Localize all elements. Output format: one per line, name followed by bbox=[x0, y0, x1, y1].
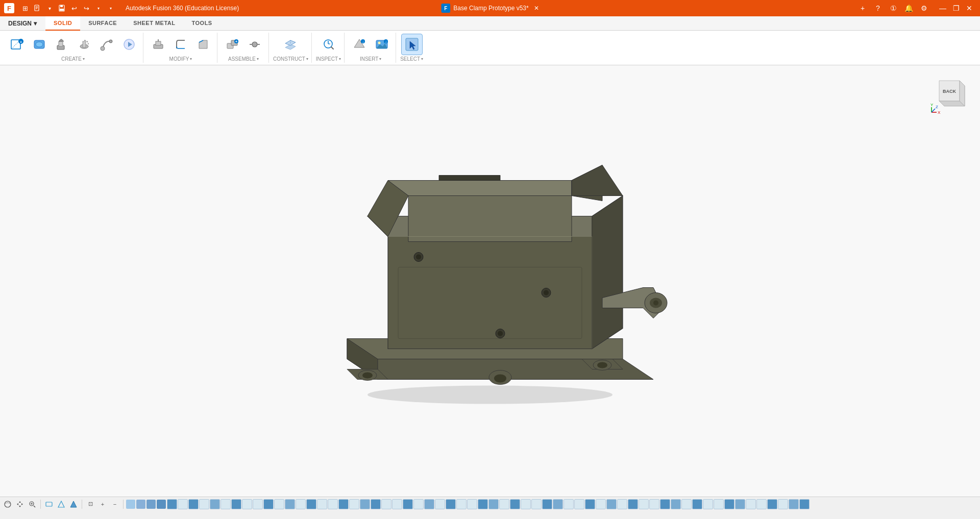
pan-button[interactable] bbox=[14, 499, 26, 510]
document-close-button[interactable]: ✕ bbox=[534, 5, 539, 12]
icon-btn-8[interactable] bbox=[242, 499, 252, 509]
icon-btn-59[interactable] bbox=[789, 499, 799, 509]
icon-btn-42[interactable] bbox=[606, 499, 617, 509]
create-dropdown-arrow[interactable]: ▾ bbox=[83, 57, 85, 61]
icon-btn-38[interactable] bbox=[564, 499, 574, 509]
inspect-button[interactable] bbox=[317, 34, 339, 55]
inspect-dropdown-arrow[interactable]: ▾ bbox=[339, 57, 341, 61]
icon-btn-40[interactable] bbox=[585, 499, 595, 509]
select-dropdown-arrow[interactable]: ▾ bbox=[421, 57, 423, 61]
icon-btn-20[interactable] bbox=[371, 499, 381, 509]
icon-btn-32[interactable] bbox=[499, 499, 509, 509]
add-tab-button[interactable]: + bbox=[855, 1, 870, 15]
icon-btn-58[interactable] bbox=[778, 499, 788, 509]
create-more-button[interactable] bbox=[118, 34, 140, 55]
light-button[interactable] bbox=[157, 500, 166, 509]
display-mode-button[interactable] bbox=[43, 499, 55, 510]
icon-btn-14[interactable] bbox=[306, 499, 316, 509]
notification-button[interactable]: 🔔 bbox=[901, 1, 916, 15]
zoom-in-button[interactable]: + bbox=[97, 499, 108, 510]
insert-mesh-button[interactable]: ↓ bbox=[349, 34, 370, 55]
icon-btn-54[interactable] bbox=[735, 499, 745, 509]
icon-btn-34[interactable] bbox=[521, 499, 531, 509]
icon-btn-12[interactable] bbox=[285, 499, 295, 509]
sweep-button[interactable] bbox=[96, 34, 117, 55]
redo-button[interactable]: ↪ bbox=[81, 3, 92, 14]
restore-button[interactable]: ❐ bbox=[949, 2, 963, 15]
account-button[interactable]: ① bbox=[886, 1, 900, 15]
zoom-out-button[interactable]: − bbox=[109, 499, 120, 510]
icon-btn-60[interactable] bbox=[799, 499, 810, 509]
insert-image-button[interactable]: ↓ bbox=[371, 34, 393, 55]
icon-btn-51[interactable] bbox=[703, 499, 713, 509]
new-component-button[interactable]: + bbox=[222, 34, 243, 55]
icon-btn-52[interactable] bbox=[714, 499, 724, 509]
open-button[interactable]: ▾ bbox=[44, 3, 55, 14]
icon-btn-21[interactable] bbox=[381, 499, 391, 509]
icon-btn-16[interactable] bbox=[328, 499, 338, 509]
icon-btn-24[interactable] bbox=[413, 499, 424, 509]
joint-button[interactable] bbox=[244, 34, 265, 55]
icon-btn-39[interactable] bbox=[574, 499, 584, 509]
save-button[interactable] bbox=[56, 3, 67, 14]
shaded-button[interactable] bbox=[68, 499, 79, 510]
icon-btn-29[interactable] bbox=[467, 499, 477, 509]
assemble-dropdown-arrow[interactable]: ▾ bbox=[257, 57, 259, 61]
wireframe-button[interactable] bbox=[56, 499, 67, 510]
modify-dropdown-arrow[interactable]: ▾ bbox=[190, 57, 192, 61]
minimize-button[interactable]: — bbox=[936, 2, 949, 15]
redo-dropdown[interactable]: ▾ bbox=[105, 3, 116, 14]
icon-btn-48[interactable] bbox=[671, 499, 681, 509]
insert-dropdown-arrow[interactable]: ▾ bbox=[379, 57, 381, 61]
icon-btn-18[interactable] bbox=[349, 499, 359, 509]
icon-btn-15[interactable] bbox=[317, 499, 327, 509]
icon-btn-1[interactable] bbox=[167, 499, 177, 509]
icon-btn-50[interactable] bbox=[692, 499, 702, 509]
icon-btn-22[interactable] bbox=[392, 499, 402, 509]
sketch-color-button[interactable] bbox=[146, 500, 156, 509]
icon-btn-3[interactable] bbox=[188, 499, 199, 509]
icon-btn-10[interactable] bbox=[263, 499, 274, 509]
icon-btn-26[interactable] bbox=[435, 499, 445, 509]
new-sketch-button[interactable]: + bbox=[6, 34, 28, 55]
icon-btn-47[interactable] bbox=[660, 499, 670, 509]
icon-btn-31[interactable] bbox=[488, 499, 499, 509]
fillet-button[interactable] bbox=[170, 34, 191, 55]
icon-btn-23[interactable] bbox=[403, 499, 413, 509]
icon-btn-41[interactable] bbox=[596, 499, 606, 509]
icon-btn-25[interactable] bbox=[424, 499, 434, 509]
icon-btn-44[interactable] bbox=[628, 499, 638, 509]
tab-solid[interactable]: SOLID bbox=[45, 16, 80, 31]
icon-btn-11[interactable] bbox=[274, 499, 284, 509]
icon-btn-55[interactable] bbox=[746, 499, 756, 509]
select-button[interactable] bbox=[401, 34, 423, 55]
component-color-button[interactable] bbox=[126, 500, 135, 509]
icon-btn-13[interactable] bbox=[296, 499, 306, 509]
undo-dropdown[interactable]: ▾ bbox=[93, 3, 104, 14]
create-form-button[interactable] bbox=[29, 34, 50, 55]
body-color-button[interactable] bbox=[136, 500, 145, 509]
apps-menu-button[interactable]: ⊞ bbox=[19, 3, 31, 14]
icon-btn-6[interactable] bbox=[220, 499, 231, 509]
icon-btn-4[interactable] bbox=[199, 499, 209, 509]
orbit-button[interactable] bbox=[2, 499, 13, 510]
icon-btn-57[interactable] bbox=[767, 499, 777, 509]
tab-sheet-metal[interactable]: SHEET METAL bbox=[125, 16, 183, 31]
view-cube[interactable]: BACK X Y Z bbox=[929, 76, 970, 116]
new-file-button[interactable] bbox=[32, 3, 43, 14]
construct-dropdown-arrow[interactable]: ▾ bbox=[306, 57, 308, 61]
icon-btn-46[interactable] bbox=[649, 499, 659, 509]
fit-view-button[interactable]: ⊡ bbox=[85, 499, 96, 510]
icon-btn-33[interactable] bbox=[510, 499, 520, 509]
press-pull-button[interactable] bbox=[148, 34, 169, 55]
icon-btn-19[interactable] bbox=[360, 499, 370, 509]
tab-tools[interactable]: TOOLS bbox=[184, 16, 220, 31]
design-mode-dropdown[interactable]: DESIGN ▾ bbox=[4, 18, 41, 29]
undo-button[interactable]: ↩ bbox=[68, 3, 80, 14]
chamfer-button[interactable] bbox=[192, 34, 214, 55]
icon-btn-45[interactable] bbox=[639, 499, 649, 509]
icon-btn-56[interactable] bbox=[756, 499, 767, 509]
zoom-button[interactable] bbox=[27, 499, 38, 510]
icon-btn-28[interactable] bbox=[456, 499, 467, 509]
icon-btn-2[interactable] bbox=[178, 499, 188, 509]
